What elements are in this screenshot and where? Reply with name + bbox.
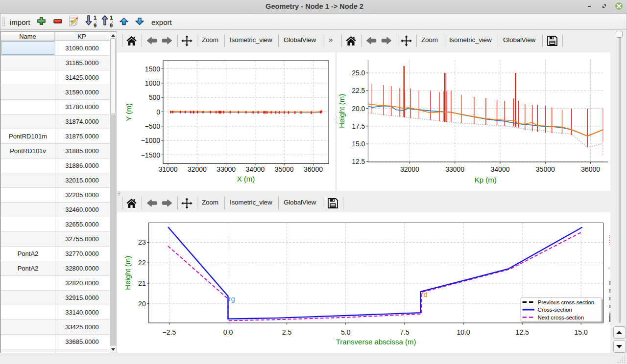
svg-text:35000: 35000 <box>275 165 294 173</box>
svg-text:35000: 35000 <box>536 165 555 173</box>
svg-text:33000: 33000 <box>445 165 464 173</box>
svg-text:31000: 31000 <box>159 165 178 173</box>
svg-text:12.5: 12.5 <box>515 328 529 336</box>
svg-text:Kp (m): Kp (m) <box>475 176 497 184</box>
svg-text:34000: 34000 <box>245 165 265 173</box>
svg-text:−1500: −1500 <box>141 151 161 159</box>
svg-text:20: 20 <box>138 300 146 308</box>
svg-text:36000: 36000 <box>581 165 600 173</box>
svg-text:17.5: 17.5 <box>352 122 365 130</box>
svg-text:Next cross-section: Next cross-section <box>538 315 584 320</box>
svg-text:1500: 1500 <box>145 65 160 73</box>
svg-text:Height (m): Height (m) <box>123 256 132 290</box>
svg-text:2.5: 2.5 <box>282 328 292 336</box>
svg-text:25.0: 25.0 <box>352 69 365 77</box>
svg-text:9: 9 <box>110 23 113 28</box>
svg-text:20.0: 20.0 <box>352 105 365 113</box>
svg-text:10.0: 10.0 <box>457 328 470 336</box>
svg-text:36000: 36000 <box>304 165 323 173</box>
svg-text:5.0: 5.0 <box>341 328 351 336</box>
svg-text:33000: 33000 <box>217 165 236 173</box>
svg-text:7.5: 7.5 <box>400 328 410 336</box>
svg-text:32000: 32000 <box>188 165 207 173</box>
svg-text:22.5: 22.5 <box>352 87 365 94</box>
svg-text:Y (m): Y (m) <box>124 103 133 121</box>
svg-text:0.0: 0.0 <box>223 328 233 336</box>
svg-text:rd: rd <box>421 290 428 298</box>
svg-text:9: 9 <box>94 23 96 28</box>
svg-text:15.0: 15.0 <box>352 140 365 148</box>
svg-text:rg: rg <box>229 295 235 303</box>
svg-text:−500: −500 <box>145 122 160 130</box>
svg-text:15.0: 15.0 <box>575 328 588 336</box>
svg-text:12.5: 12.5 <box>352 158 365 165</box>
svg-text:23: 23 <box>138 238 146 246</box>
svg-text:−2.5: −2.5 <box>163 328 176 336</box>
svg-text:1000: 1000 <box>145 79 160 87</box>
svg-text:Height (m): Height (m) <box>338 94 346 128</box>
svg-text:Previous cross-section: Previous cross-section <box>538 299 595 305</box>
svg-text:21: 21 <box>138 279 146 287</box>
svg-text:32000: 32000 <box>400 165 419 173</box>
svg-text:0: 0 <box>156 108 160 116</box>
svg-text:X (m): X (m) <box>237 175 255 183</box>
svg-text:−1000: −1000 <box>141 136 161 144</box>
svg-text:34000: 34000 <box>491 165 510 173</box>
svg-text:Transverse abscissa (m): Transverse abscissa (m) <box>336 338 416 346</box>
svg-text:22: 22 <box>138 259 146 267</box>
svg-text:Cross-section: Cross-section <box>538 307 572 313</box>
svg-text:500: 500 <box>149 93 161 101</box>
